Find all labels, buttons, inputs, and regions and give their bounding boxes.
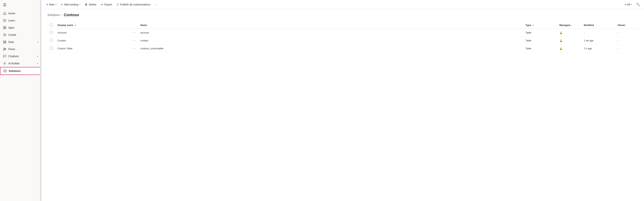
select-all-circle[interactable] xyxy=(50,23,53,27)
toolbar: + New ▾ + Add existing ▾ 🗑 Delete ↦ Expo… xyxy=(42,0,644,9)
ai-builder-chevron-icon: ▾ xyxy=(37,63,38,65)
ai-builder-icon xyxy=(3,62,6,65)
sidebar-item-label: Flows xyxy=(8,48,15,51)
toolbar-right: ≡ All ▾ 🔍 xyxy=(623,2,641,7)
row-dots-menu[interactable]: ··· xyxy=(130,45,138,53)
type-label: Type xyxy=(526,24,531,27)
main-content: + New ▾ + Add existing ▾ 🗑 Delete ↦ Expo… xyxy=(42,0,644,201)
breadcrumb-parent[interactable]: Solutions xyxy=(48,13,60,17)
row-dots-menu[interactable]: ··· xyxy=(130,29,138,37)
row-name: contact xyxy=(138,37,523,45)
filter-lines-icon: ≡ xyxy=(625,3,626,6)
row-type: Table xyxy=(523,45,557,53)
row-select-cell[interactable] xyxy=(48,29,55,37)
delete-button[interactable]: 🗑 Delete xyxy=(83,2,98,7)
svg-rect-5 xyxy=(4,28,4,29)
sidebar-item-data[interactable]: Data ▾ xyxy=(0,38,41,46)
sidebar-item-ai-builder[interactable]: AI Builder ▾ xyxy=(0,60,41,67)
search-button[interactable]: 🔍 xyxy=(635,2,641,7)
managed-header: Managed... xyxy=(557,22,582,29)
sidebar-item-label: Create xyxy=(8,33,16,36)
svg-rect-12 xyxy=(4,43,6,43)
display-name-header[interactable]: Display name ▾ xyxy=(55,22,130,29)
row-more-icon[interactable]: ··· xyxy=(133,31,136,34)
svg-rect-11 xyxy=(4,42,6,42)
svg-line-17 xyxy=(4,49,5,50)
breadcrumb-separator: › xyxy=(61,13,62,17)
create-icon xyxy=(3,33,6,37)
table-row[interactable]: Custom Table ··· contoso_customtable Tab… xyxy=(48,45,638,53)
data-chevron-icon: ▾ xyxy=(37,41,38,43)
menu-icon: ☰ xyxy=(3,3,6,7)
more-button[interactable]: ··· xyxy=(153,2,159,7)
export-icon: ↦ xyxy=(101,3,103,6)
row-select-radio[interactable] xyxy=(50,31,53,34)
sidebar-item-create[interactable]: Create xyxy=(0,31,41,38)
row-modified: - xyxy=(582,29,616,37)
sidebar-item-label: Learn xyxy=(8,19,15,22)
data-icon xyxy=(3,40,6,44)
row-type: Table xyxy=(523,29,557,37)
new-button[interactable]: + New ▾ xyxy=(44,2,58,7)
lock-icon: 🔒 xyxy=(559,47,562,50)
modified-header: Modified xyxy=(582,22,616,29)
sidebar-item-flows[interactable]: Flows xyxy=(0,46,41,53)
sidebar-scrollbar[interactable] xyxy=(40,0,41,201)
row-modified: 1 wk ago xyxy=(582,37,616,45)
svg-point-19 xyxy=(4,56,5,56)
search-icon: 🔍 xyxy=(636,3,640,6)
select-all-header[interactable] xyxy=(48,22,55,29)
home-icon xyxy=(3,12,6,15)
svg-point-18 xyxy=(4,56,4,56)
all-chevron-icon: ▾ xyxy=(631,4,632,6)
delete-label: Delete xyxy=(89,3,96,6)
lock-icon: 🔒 xyxy=(559,31,562,34)
publish-button[interactable]: ☐ Publish all customizations xyxy=(115,2,152,7)
all-filter-button[interactable]: ≡ All ▾ xyxy=(623,2,634,7)
owner-label: Owner xyxy=(618,24,625,27)
managed-label: Managed... xyxy=(559,24,572,27)
flows-icon xyxy=(3,47,6,51)
row-select-radio[interactable] xyxy=(50,47,53,50)
breadcrumb-current: Contoso xyxy=(64,13,79,17)
row-dots-menu[interactable]: ··· xyxy=(130,37,138,45)
row-more-icon[interactable]: ··· xyxy=(133,47,136,50)
sidebar-item-learn[interactable]: Learn xyxy=(0,17,41,24)
hamburger-menu[interactable]: ☰ xyxy=(0,0,41,10)
sidebar-item-label: Apps xyxy=(8,26,14,29)
svg-rect-0 xyxy=(4,19,6,22)
add-existing-chevron-icon: ▾ xyxy=(79,4,80,6)
plus-icon: + xyxy=(46,3,48,6)
chatbots-chevron-icon: ▾ xyxy=(37,55,38,57)
sidebar-item-solutions[interactable]: Solutions xyxy=(0,67,41,75)
row-select-cell[interactable] xyxy=(48,45,55,53)
row-display-name: Account xyxy=(55,29,130,37)
modified-label: Modified xyxy=(584,24,594,27)
row-more-icon[interactable]: ··· xyxy=(133,39,136,42)
add-existing-button[interactable]: + Add existing ▾ xyxy=(59,2,82,7)
sidebar-item-apps[interactable]: Apps xyxy=(0,24,41,31)
chatbots-icon xyxy=(3,55,6,58)
table-row[interactable]: Contact ··· contact Table 🔒 1 wk ago - xyxy=(48,37,638,45)
svg-point-20 xyxy=(5,56,6,56)
owner-header: Owner xyxy=(616,22,638,29)
sidebar-item-home[interactable]: Home xyxy=(0,10,41,17)
type-sort-icon: ▾ xyxy=(532,24,534,26)
row-owner: - xyxy=(616,29,638,37)
row-select-cell[interactable] xyxy=(48,37,55,45)
breadcrumb: Solutions › Contoso xyxy=(48,13,638,17)
all-label: All xyxy=(627,3,630,6)
display-name-label: Display name xyxy=(58,24,73,27)
sidebar-item-chatbots[interactable]: Chatbots ▾ xyxy=(0,53,41,60)
new-label: New xyxy=(49,3,54,6)
apps-icon xyxy=(3,26,6,29)
row-managed: 🔒 xyxy=(557,29,582,37)
row-select-radio[interactable] xyxy=(50,39,53,42)
svg-rect-10 xyxy=(4,41,6,41)
table-row[interactable]: Account ··· account Table 🔒 - - xyxy=(48,29,638,37)
display-name-sort-icon: ▾ xyxy=(75,24,76,26)
row-display-name: Custom Table xyxy=(55,45,130,53)
type-header[interactable]: Type ▾ xyxy=(523,22,557,29)
export-button[interactable]: ↦ Export xyxy=(99,2,114,7)
publish-label: Publish all customizations xyxy=(120,3,150,6)
